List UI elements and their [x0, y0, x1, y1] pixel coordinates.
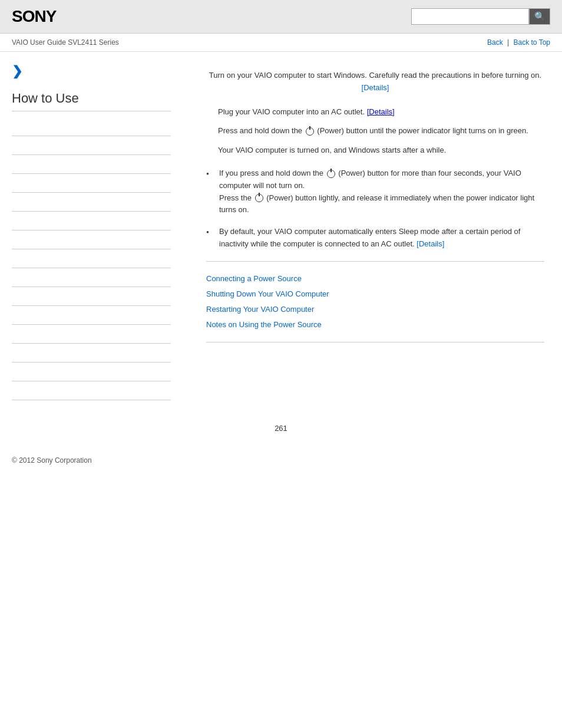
bullet-text-1: If you press and hold down the (Power) b…: [219, 167, 544, 216]
power-icon-3: [255, 194, 263, 202]
intro-text: Turn on your VAIO computer to start Wind…: [209, 71, 541, 80]
guide-title: VAIO User Guide SVL2411 Series: [12, 38, 119, 47]
bullet1-text-part2: Press the: [219, 193, 252, 202]
step1-text: Plug your VAIO computer into an AC outle…: [218, 107, 365, 116]
content-area: Turn on your VAIO computer to start Wind…: [183, 52, 562, 412]
nav-links: Back | Back to Top: [487, 38, 550, 47]
bullet-item-1: ● If you press and hold down the (Power)…: [206, 167, 544, 216]
search-container: 🔍: [411, 8, 550, 25]
bullet2-details-link[interactable]: [Details]: [416, 239, 444, 248]
link-notes-power[interactable]: Notes on Using the Power Source: [206, 317, 544, 332]
links-section: Connecting a Power Source Shutting Down …: [206, 271, 544, 332]
step1-details-link[interactable]: [Details]: [367, 107, 395, 116]
list-item[interactable]: [12, 230, 171, 249]
intro-details-link[interactable]: [Details]: [362, 83, 389, 92]
power-icon-2: [327, 170, 335, 178]
bullet1-text-part1: If you press and hold down the: [219, 169, 323, 177]
link-shutting-down[interactable]: Shutting Down Your VAIO Computer: [206, 286, 544, 302]
list-item[interactable]: [12, 325, 171, 344]
bullet-item-2: ● By default, your VAIO computer automat…: [206, 226, 544, 251]
footer: © 2012 Sony Corporation: [0, 444, 562, 476]
list-item[interactable]: [12, 117, 171, 136]
power-icon-1: [306, 127, 314, 136]
sony-logo: SONY: [12, 7, 56, 26]
step2: Press and hold down the (Power) button u…: [206, 125, 544, 137]
search-input[interactable]: [411, 8, 529, 25]
sidebar-nav-items: [12, 117, 171, 400]
list-item[interactable]: [12, 306, 171, 325]
page-number: 261: [0, 412, 562, 444]
bullet-dot-1: ●: [206, 170, 216, 178]
back-link[interactable]: Back: [487, 38, 503, 47]
nav-separator: |: [507, 38, 509, 47]
sidebar-arrow[interactable]: ❯: [12, 64, 171, 79]
search-button[interactable]: 🔍: [529, 8, 550, 25]
step3-text: Your VAIO computer is turned on, and Win…: [218, 146, 446, 154]
link-restarting[interactable]: Restarting Your VAIO Computer: [206, 302, 544, 317]
step2-text-part1: Press and hold down the: [218, 126, 302, 135]
list-item[interactable]: [12, 136, 171, 155]
sidebar-title: How to Use: [12, 91, 171, 111]
list-item[interactable]: [12, 344, 171, 363]
list-item[interactable]: [12, 212, 171, 230]
bullet-dot-2: ●: [206, 229, 216, 236]
list-item[interactable]: [12, 174, 171, 193]
step1: Plug your VAIO computer into an AC outle…: [206, 106, 544, 118]
search-icon: 🔍: [534, 11, 546, 22]
bullet2-text-part1: By default, your VAIO computer automatic…: [219, 227, 520, 248]
list-item[interactable]: [12, 155, 171, 174]
list-item[interactable]: [12, 381, 171, 400]
step2-text-power: (Power) button until the power indicator…: [317, 126, 528, 135]
step3: Your VAIO computer is turned on, and Win…: [206, 144, 544, 157]
sidebar: ❯ How to Use: [0, 52, 183, 412]
main-container: ❯ How to Use Turn on your VAIO computer …: [0, 52, 562, 412]
link-connecting-power[interactable]: Connecting a Power Source: [206, 271, 544, 286]
bullet-text-2: By default, your VAIO computer automatic…: [219, 226, 544, 251]
divider-1: [206, 261, 544, 262]
intro-paragraph: Turn on your VAIO computer to start Wind…: [206, 70, 544, 94]
bullet-section: ● If you press and hold down the (Power)…: [206, 167, 544, 251]
list-item[interactable]: [12, 193, 171, 212]
nav-bar: VAIO User Guide SVL2411 Series Back | Ba…: [0, 34, 562, 52]
divider-2: [206, 342, 544, 342]
list-item[interactable]: [12, 249, 171, 268]
back-to-top-link[interactable]: Back to Top: [514, 38, 550, 47]
list-item[interactable]: [12, 287, 171, 306]
copyright-text: © 2012 Sony Corporation: [12, 456, 92, 465]
page-header: SONY 🔍: [0, 0, 562, 34]
bullet1-text-power2: (Power) button lightly, and release it i…: [219, 193, 534, 215]
list-item[interactable]: [12, 268, 171, 287]
list-item[interactable]: [12, 363, 171, 381]
